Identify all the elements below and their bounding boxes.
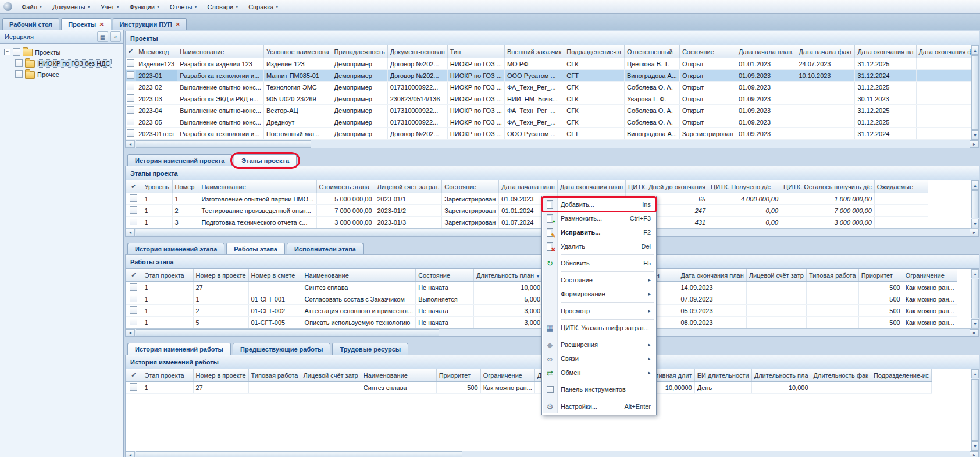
column-header[interactable]: Длительность фак (811, 369, 871, 382)
scroll-thumb[interactable] (971, 55, 979, 130)
menu-item-settings[interactable]: ⚙Настройки...Alt+Enter (543, 399, 655, 413)
scroll-right-icon[interactable]: ▸ (970, 451, 979, 457)
table-row[interactable]: 2023-04Выполнение опытно-конс...Вектор-А… (126, 105, 971, 116)
column-header[interactable]: Ответственный (625, 45, 680, 58)
collapse-sidebar-icon[interactable]: « (110, 31, 121, 42)
scroll-thumb[interactable] (136, 140, 311, 148)
column-header[interactable]: Подразделение-ис (871, 369, 931, 382)
column-header[interactable]: Лицевой счёт затрат. (375, 180, 442, 193)
row-checkbox[interactable] (130, 194, 137, 202)
column-header[interactable]: Лицевой счёт затр (301, 369, 361, 382)
column-header[interactable]: Номер в смете (248, 269, 302, 282)
tab-stage-works[interactable]: Работы этапа (226, 243, 285, 254)
column-header[interactable]: Типовая работа (248, 369, 301, 382)
row-checkbox[interactable] (130, 283, 137, 291)
stages-vertical-scrollbar[interactable]: ▴▾ (971, 180, 979, 228)
column-header[interactable]: Номер (172, 180, 199, 193)
tab-preceding-works[interactable]: Предшествующие работы (233, 343, 330, 355)
row-checkbox[interactable] (130, 306, 137, 314)
table-row[interactable]: 2023-01тестРазработка технологии и...Пос… (126, 128, 971, 140)
table-row[interactable]: 2023-02Выполнение опытно-конс...Технолог… (126, 82, 971, 93)
close-icon[interactable]: ✕ (176, 22, 180, 27)
scroll-left-icon[interactable]: ◂ (126, 329, 135, 336)
menu-item-delete[interactable]: ✖УдалитьDel (543, 239, 655, 253)
column-header[interactable]: Приоритет (436, 369, 480, 382)
projects-horizontal-scrollbar[interactable]: ◂▸ (126, 140, 979, 148)
scroll-left-icon[interactable]: ◂ (126, 451, 135, 457)
tab-work-history[interactable]: История изменений работы (127, 343, 231, 355)
scroll-up-icon[interactable]: ▴ (971, 369, 979, 378)
scroll-up-icon[interactable]: ▴ (971, 269, 979, 278)
history-vertical-scrollbar[interactable]: ▴▾ (971, 369, 979, 451)
scroll-right-icon[interactable]: ▸ (970, 229, 979, 236)
table-row[interactable]: 2023-05Выполнение опытно-конс...Дредноут… (126, 116, 971, 128)
menu-item-refresh[interactable]: ↻ОбновитьF5 (543, 256, 655, 270)
column-header[interactable]: Этап проекта (142, 269, 193, 282)
row-checkbox[interactable] (127, 118, 134, 125)
menu-file[interactable]: Файл▾ (16, 2, 47, 12)
table-row[interactable]: Изделие123Разработка изделия 123Изделие-… (126, 58, 971, 70)
column-header[interactable]: Ожидаемые (874, 180, 928, 193)
column-header[interactable]: Наименование (199, 180, 316, 193)
column-header[interactable]: Мнемокод (136, 45, 177, 58)
column-header[interactable]: Лицевой счёт затр (746, 269, 806, 282)
column-header[interactable]: Длительность пла (751, 369, 811, 382)
scroll-right-icon[interactable]: ▸ (970, 140, 979, 148)
hierarchy-view-icon[interactable]: ▦ (97, 31, 108, 42)
menu-item-duplicate[interactable]: +Размножить...Ctrl+F3 (543, 211, 655, 225)
row-checkbox[interactable] (130, 383, 137, 391)
scroll-right-icon[interactable]: ▸ (970, 329, 979, 336)
menu-item-formation[interactable]: Формирование▸ (543, 287, 655, 301)
column-header[interactable]: Ограничение (480, 369, 534, 382)
table-row[interactable]: 2023-03Разработка ЭКД и РКД н...905-U020… (126, 93, 971, 105)
column-header[interactable]: Этап проекта (142, 369, 193, 382)
tab-stage-executors[interactable]: Исполнители этапа (287, 243, 364, 254)
row-checkbox[interactable] (127, 129, 134, 137)
scroll-thumb[interactable] (971, 279, 979, 318)
column-header[interactable]: Стоимость этапа (316, 180, 375, 193)
scroll-left-icon[interactable]: ◂ (126, 140, 135, 148)
tree-checkbox[interactable] (15, 59, 23, 67)
tree-node-other[interactable]: Прочее (1, 69, 122, 80)
table-row[interactable]: 11Изготовление опытной партии ПМО...5 00… (126, 193, 928, 205)
column-header[interactable]: ЦИТК. Получено д/с (708, 180, 781, 193)
tab-stage-history[interactable]: История изменений этапа (127, 243, 224, 254)
column-header[interactable]: Типовая работа (806, 269, 858, 282)
column-header[interactable]: Дата окончания пл (855, 45, 916, 58)
scroll-thumb[interactable] (136, 329, 439, 336)
menu-item-exchange[interactable]: ⇄Обмен▸ (543, 366, 655, 380)
table-row[interactable]: 127Синтез сплава500Как можно ран...10,00… (126, 382, 932, 394)
column-header[interactable]: Дата окончания ф (916, 45, 971, 58)
tab-projects[interactable]: Проекты✕ (61, 18, 111, 30)
tree-expander-icon[interactable]: − (4, 49, 10, 55)
tab-labor-resources[interactable]: Трудовые ресурсы (332, 343, 408, 355)
select-all-header[interactable]: ✔ (126, 45, 136, 58)
column-header[interactable]: Документ-основан (387, 45, 447, 58)
scroll-left-icon[interactable]: ◂ (126, 229, 135, 236)
column-header[interactable]: Номер в проекте (193, 369, 248, 382)
column-header[interactable]: Состояние (416, 269, 474, 282)
tree-node-projects[interactable]: − Проекты (1, 47, 122, 58)
row-checkbox[interactable] (130, 295, 137, 302)
row-checkbox[interactable] (127, 94, 134, 102)
row-checkbox[interactable] (127, 106, 134, 114)
column-header[interactable]: ЦИТК. Осталось получить д/с (781, 180, 875, 193)
menu-item-edit[interactable]: ✎Исправить...F2 (543, 225, 655, 239)
scroll-thumb[interactable] (136, 451, 462, 457)
column-header[interactable]: Состояние (679, 45, 736, 58)
row-checkbox[interactable] (127, 59, 134, 67)
menu-reports[interactable]: Отчёты▾ (165, 2, 202, 12)
table-row[interactable]: 12Тестирование произведенной опыт...7 00… (126, 205, 928, 217)
select-all-header[interactable]: ✔ (126, 269, 142, 282)
projects-vertical-scrollbar[interactable]: ▴▾ (971, 45, 979, 140)
history-horizontal-scrollbar[interactable]: ◂▸ (126, 451, 979, 457)
tab-instructions-pup[interactable]: Инструкции ПУП✕ (113, 18, 187, 30)
table-row[interactable]: 13Подготовка технического отчета с...3 0… (126, 217, 928, 228)
select-all-header[interactable]: ✔ (126, 369, 142, 382)
scroll-down-icon[interactable]: ▾ (971, 219, 979, 228)
menu-item-links[interactable]: ∞Связи▸ (543, 352, 655, 366)
scroll-thumb[interactable] (971, 190, 979, 218)
row-checkbox[interactable] (130, 206, 137, 214)
column-header[interactable]: Дата начала план (499, 180, 557, 193)
column-header[interactable]: Наименование (361, 369, 436, 382)
